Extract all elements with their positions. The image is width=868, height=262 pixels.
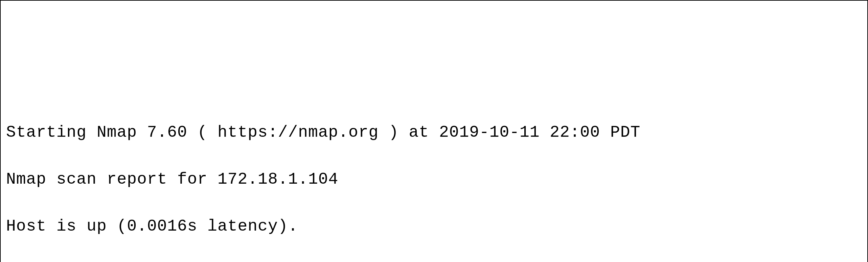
host-status-line: Host is up (0.0016s latency). — [6, 215, 862, 238]
nmap-scan-report-line: Nmap scan report for 172.18.1.104 — [6, 168, 862, 191]
nmap-start-line: Starting Nmap 7.60 ( https://nmap.org ) … — [6, 121, 862, 145]
terminal-output: Starting Nmap 7.60 ( https://nmap.org ) … — [6, 97, 862, 262]
